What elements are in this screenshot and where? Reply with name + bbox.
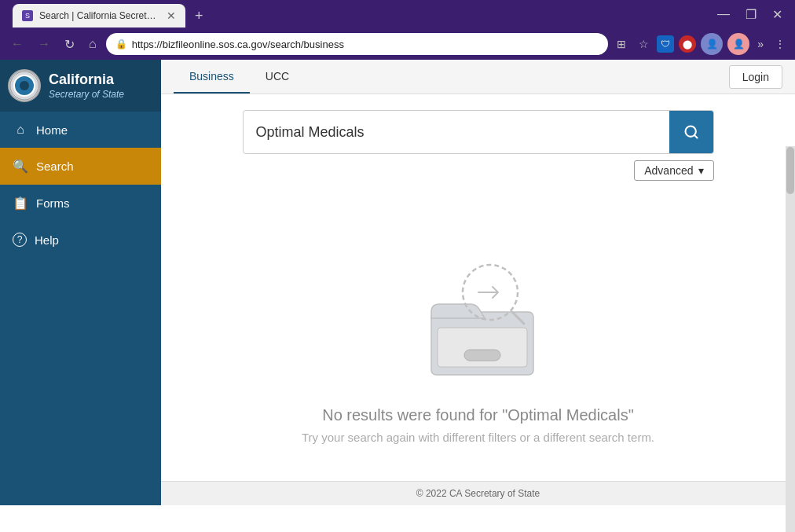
home-button[interactable]: ⌂ xyxy=(84,34,101,54)
profile-avatar2[interactable]: 👤 xyxy=(727,33,749,55)
sidebar-nav: ⌂ Home 🔍 Search 📋 Forms ? Help xyxy=(0,112,161,258)
forms-icon: 📋 xyxy=(13,196,28,211)
main-content: Business UCC Login xyxy=(161,60,795,505)
logo-title: California xyxy=(49,72,124,89)
tab-close-button[interactable]: ✕ xyxy=(167,10,176,21)
tab-list-icon[interactable]: ⊞ xyxy=(613,35,630,53)
advanced-button[interactable]: Advanced ▾ xyxy=(634,160,713,181)
tab-ucc[interactable]: UCC xyxy=(250,61,305,94)
logo-subtitle: Secretary of State xyxy=(49,89,124,100)
minimize-button[interactable]: — xyxy=(711,6,736,24)
sidebar-item-home[interactable]: ⌂ Home xyxy=(0,112,161,148)
logo-emblem xyxy=(8,69,41,102)
footer-text: © 2022 CA Secretary of State xyxy=(416,488,540,499)
advanced-label: Advanced xyxy=(644,164,693,177)
tab-title: Search | California Secretary of S... xyxy=(39,10,160,21)
help-icon: ? xyxy=(13,233,27,247)
no-results-subtitle: Try your search again with different fil… xyxy=(302,431,654,444)
tab-favicon: S xyxy=(22,10,33,21)
scrollbar-thumb[interactable] xyxy=(786,147,794,194)
login-button[interactable]: Login xyxy=(729,65,782,89)
profile-avatar[interactable]: 👤 xyxy=(701,33,723,55)
address-bar: 🔒 xyxy=(106,33,609,55)
restore-button[interactable]: ❐ xyxy=(739,6,763,24)
sidebar: California Secretary of State ⌂ Home 🔍 S… xyxy=(0,60,161,505)
browser-extensions: ⊞ ☆ 🛡 ⬤ 👤 👤 » ⋮ xyxy=(613,33,789,55)
sidebar-item-help[interactable]: ? Help xyxy=(0,222,161,258)
ext2-icon[interactable]: ⬤ xyxy=(679,35,696,53)
chevron-down-icon: ▾ xyxy=(698,164,704,177)
svg-line-4 xyxy=(694,135,697,138)
home-icon: ⌂ xyxy=(13,123,28,137)
empty-results-icon xyxy=(400,233,557,391)
logo-text: California Secretary of State xyxy=(49,72,124,100)
search-icon: 🔍 xyxy=(13,159,28,174)
shield-ext-icon[interactable]: 🛡 xyxy=(657,35,674,53)
search-button[interactable] xyxy=(669,111,713,153)
sidebar-item-search[interactable]: 🔍 Search xyxy=(0,148,161,185)
content-tabs: Business UCC xyxy=(174,61,305,94)
sidebar-item-forms[interactable]: 📋 Forms xyxy=(0,185,161,222)
new-tab-button[interactable]: + xyxy=(189,5,210,28)
back-button[interactable]: ← xyxy=(6,34,28,54)
sidebar-label-home: Home xyxy=(36,123,68,137)
sidebar-label-forms: Forms xyxy=(36,196,70,210)
sidebar-logo: California Secretary of State xyxy=(0,60,161,112)
svg-point-2 xyxy=(20,81,29,90)
url-input[interactable] xyxy=(132,39,599,50)
sidebar-label-search: Search xyxy=(36,160,74,173)
no-results-area: No results were found for "Optimal Medic… xyxy=(161,196,795,481)
sidebar-label-help: Help xyxy=(35,233,59,247)
more-button[interactable]: » xyxy=(754,36,767,52)
refresh-button[interactable]: ↻ xyxy=(60,34,79,55)
search-input[interactable] xyxy=(244,113,669,152)
tab-business[interactable]: Business xyxy=(174,61,250,94)
close-button[interactable]: ✕ xyxy=(766,6,789,24)
search-area: Advanced ▾ xyxy=(161,94,795,196)
search-icon-svg xyxy=(683,124,699,140)
bookmark-icon[interactable]: ☆ xyxy=(635,35,652,53)
no-results-title: No results were found for "Optimal Medic… xyxy=(322,406,634,424)
lock-icon: 🔒 xyxy=(115,39,127,50)
advanced-row: Advanced ▾ xyxy=(243,160,714,181)
footer: © 2022 CA Secretary of State xyxy=(161,481,795,505)
menu-button[interactable]: ⋮ xyxy=(771,36,789,52)
forward-button[interactable]: → xyxy=(33,34,55,54)
svg-rect-7 xyxy=(464,350,500,361)
search-bar xyxy=(243,110,714,154)
top-bar: Business UCC Login xyxy=(161,60,795,94)
browser-tab[interactable]: S Search | California Secretary of S... … xyxy=(13,4,185,28)
scrollbar[interactable] xyxy=(786,146,795,532)
